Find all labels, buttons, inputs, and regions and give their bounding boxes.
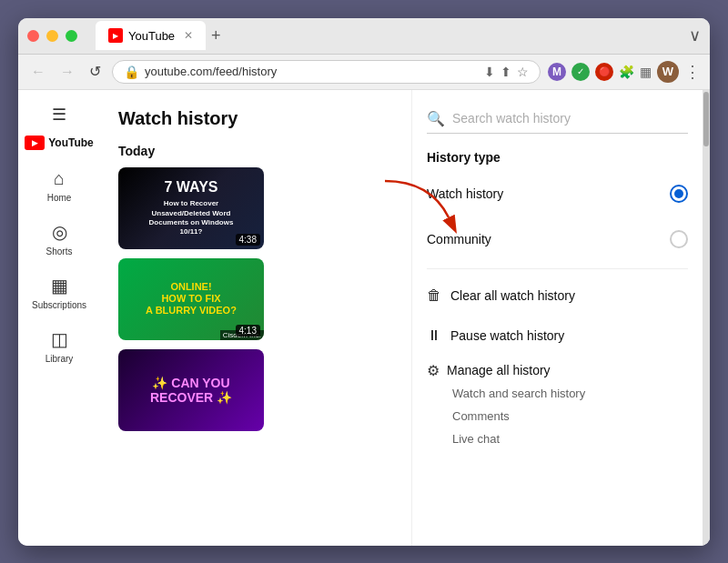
manage-header[interactable]: ⚙ Manage all history xyxy=(427,362,688,379)
active-tab[interactable]: YouTube ✕ xyxy=(96,21,206,50)
share-icon[interactable]: ⬆ xyxy=(500,65,511,79)
download-icon[interactable]: ⬇ xyxy=(484,65,495,79)
radio-inner-selected xyxy=(674,189,683,198)
community-option[interactable]: Community xyxy=(427,223,688,256)
pause-icon: ⏸ xyxy=(427,327,441,344)
thumb-1-content: 7 WAYS How to RecoverUnsaved/Deleted Wor… xyxy=(144,173,239,242)
list-item[interactable]: ONLINE!HOW TO FIXA BLURRY VIDEO? Cisdem … xyxy=(118,258,393,340)
sidebar: ☰ ▶ YouTube ⌂ Home ◎ Shorts ▦ Subscripti… xyxy=(18,90,100,546)
browser-window: YouTube ✕ + ∨ ← → ↺ 🔒 youtube.com/feed/h… xyxy=(18,18,710,546)
sidebar-item-subscriptions[interactable]: ▦ Subscriptions xyxy=(23,267,96,317)
page-title: Watch history xyxy=(118,108,393,129)
browser-more-button[interactable]: ⋮ xyxy=(684,62,701,82)
sidebar-shorts-label: Shorts xyxy=(46,246,73,256)
thumbnail-3: ✨ CAN YOURECOVER ✨ xyxy=(118,349,264,431)
sidebar-home-label: Home xyxy=(47,193,72,203)
tab-bar: YouTube ✕ + xyxy=(96,21,682,50)
yt-logo-text: YouTube xyxy=(48,136,94,149)
minimize-button[interactable] xyxy=(46,30,58,42)
ext-m-icon[interactable]: M xyxy=(548,63,566,81)
bookmark-icon[interactable]: ☆ xyxy=(517,65,529,79)
youtube-favicon xyxy=(108,28,123,43)
profile-avatar[interactable]: W xyxy=(657,61,679,83)
sub-item-watch-search[interactable]: Watch and search history xyxy=(452,383,688,404)
sidebar-item-home[interactable]: ⌂ Home xyxy=(23,161,96,210)
divider-1 xyxy=(427,268,688,269)
new-tab-button[interactable]: + xyxy=(211,26,221,45)
video-list: 7 WAYS How to RecoverUnsaved/Deleted Wor… xyxy=(118,167,393,431)
watch-history-radio[interactable] xyxy=(670,185,688,203)
sub-item-comments[interactable]: Comments xyxy=(452,406,688,427)
community-radio[interactable] xyxy=(670,230,688,248)
thumb-2-content: ONLINE!HOW TO FIXA BLURRY VIDEO? xyxy=(142,277,240,321)
community-label: Community xyxy=(427,232,491,246)
home-icon: ⌂ xyxy=(54,168,65,189)
manage-label: Manage all history xyxy=(447,363,551,377)
close-button[interactable] xyxy=(27,30,39,42)
ext-check-icon[interactable]: ✓ xyxy=(571,63,590,81)
shorts-icon: ◎ xyxy=(52,221,67,243)
main-content: ☰ ▶ YouTube ⌂ Home ◎ Shorts ▦ Subscripti… xyxy=(18,90,710,546)
pause-label: Pause watch history xyxy=(450,328,564,343)
search-icon: 🔍 xyxy=(427,110,445,127)
yt-logo-icon: ▶ xyxy=(25,136,45,150)
extensions-icon[interactable]: 🧩 xyxy=(619,65,634,79)
history-panel: Watch history Today 7 WAYS How to Recove… xyxy=(100,90,411,546)
sidebar-item-shorts[interactable]: ◎ Shorts xyxy=(23,214,96,264)
manage-icon: ⚙ xyxy=(427,362,440,379)
extension-icons: M ✓ 🔴 🧩 ▦ W ⋮ xyxy=(548,61,701,83)
search-history-box[interactable]: 🔍 Search watch history xyxy=(427,105,688,134)
back-button[interactable]: ← xyxy=(27,62,49,82)
forward-button[interactable]: → xyxy=(56,62,78,82)
clear-label: Clear all watch history xyxy=(450,288,575,303)
list-item[interactable]: 7 WAYS How to RecoverUnsaved/Deleted Wor… xyxy=(118,167,393,249)
address-action-icons: ⬇ ⬆ ☆ xyxy=(484,65,529,79)
youtube-logo[interactable]: ▶ YouTube xyxy=(25,136,94,150)
pause-history-action[interactable]: ⏸ Pause watch history xyxy=(427,322,688,349)
ext-red-icon[interactable]: 🔴 xyxy=(595,63,613,81)
address-input[interactable]: 🔒 youtube.com/feed/history ⬇ ⬆ ☆ xyxy=(112,60,541,84)
manage-sub-items: Watch and search history Comments Live c… xyxy=(427,383,688,449)
duration-badge-1: 4:38 xyxy=(236,234,260,246)
duration-badge-2: 4:13 xyxy=(236,325,260,337)
sidebar-library-label: Library xyxy=(46,354,74,364)
maximize-button[interactable] xyxy=(66,30,77,42)
watch-history-label: Watch history xyxy=(427,186,503,201)
sub-item-livechat[interactable]: Live chat xyxy=(452,428,688,449)
library-icon: ◫ xyxy=(51,328,68,350)
clear-history-action[interactable]: 🗑 Clear all watch history xyxy=(427,282,688,309)
window-more-button[interactable]: ∨ xyxy=(689,25,701,45)
search-placeholder: Search watch history xyxy=(452,111,571,126)
menu-button[interactable]: ☰ xyxy=(52,105,66,125)
tab-close-button[interactable]: ✕ xyxy=(184,29,193,42)
refresh-button[interactable]: ↺ xyxy=(86,61,105,82)
sidebar-item-library[interactable]: ◫ Library xyxy=(23,321,96,371)
page-content: Watch history Today 7 WAYS How to Recove… xyxy=(100,90,710,546)
history-type-label: History type xyxy=(427,150,688,165)
thumb-3-content: ✨ CAN YOURECOVER ✨ xyxy=(150,376,232,405)
subscriptions-icon: ▦ xyxy=(51,275,68,297)
title-bar: YouTube ✕ + ∨ xyxy=(18,18,710,55)
right-panel: 🔍 Search watch history History type Watc… xyxy=(411,90,703,546)
tab-title: YouTube xyxy=(128,29,175,43)
section-today: Today xyxy=(118,144,393,158)
sidebar-subscriptions-label: Subscriptions xyxy=(32,300,86,310)
thumbnail-1: 7 WAYS How to RecoverUnsaved/Deleted Wor… xyxy=(118,167,264,249)
url-text: youtube.com/feed/history xyxy=(145,65,479,78)
watch-history-option[interactable]: Watch history xyxy=(427,177,688,210)
sidebar-toggle-icon[interactable]: ▦ xyxy=(640,65,652,79)
list-item[interactable]: ✨ CAN YOURECOVER ✨ xyxy=(118,349,393,431)
clear-icon: 🗑 xyxy=(427,287,441,304)
address-bar: ← → ↺ 🔒 youtube.com/feed/history ⬇ ⬆ ☆ M… xyxy=(18,55,710,90)
scrollbar-thumb[interactable] xyxy=(703,92,709,146)
thumbnail-2: ONLINE!HOW TO FIXA BLURRY VIDEO? Cisdem … xyxy=(118,258,264,340)
manage-section: ⚙ Manage all history Watch and search hi… xyxy=(427,362,688,449)
lock-icon: 🔒 xyxy=(124,65,139,79)
scrollbar[interactable] xyxy=(703,90,710,546)
